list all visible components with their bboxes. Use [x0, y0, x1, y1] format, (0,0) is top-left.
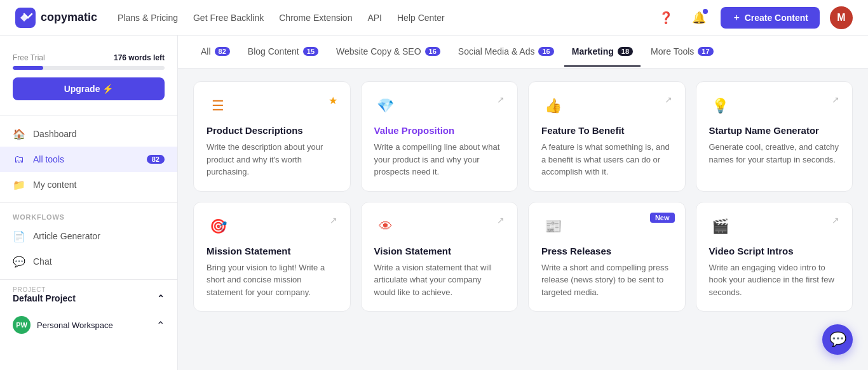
card-desc: A feature is what something is, and a be… [541, 141, 672, 178]
nav-links: Plans & Pricing Get Free Backlink Chrome… [118, 13, 654, 23]
tab-social[interactable]: Social Media & Ads 16 [451, 37, 562, 67]
tab-social-badge: 16 [538, 47, 553, 56]
card-icon: 💡 [709, 95, 732, 117]
card-icon: 👍 [541, 95, 564, 117]
main-content: All 82 Blog Content 15 Website Copy & SE… [178, 36, 868, 324]
card-header: ☰ ★ [207, 95, 337, 117]
arrow-icon: ↗ [832, 215, 839, 225]
tabs-bar: All 82 Blog Content 15 Website Copy & SE… [178, 36, 868, 69]
card-header: 💡 ↗ [709, 95, 840, 117]
card-header: 👍 ↗ [541, 95, 672, 117]
sidebar-item-dashboard[interactable]: 🏠 Dashboard [0, 121, 177, 147]
arrow-icon: ↗ [497, 95, 505, 105]
card-title: Startup Name Generator [709, 125, 840, 136]
card-header: 🎯 ↗ [207, 215, 337, 238]
nav-backlink[interactable]: Get Free Backlink [193, 13, 264, 23]
progress-fill [13, 66, 43, 70]
mycontent-label: My content [33, 180, 76, 190]
divider-2 [0, 202, 177, 203]
nav-chrome[interactable]: Chrome Extension [279, 13, 352, 23]
card-header: 📰 New [541, 215, 672, 238]
card-desc: Bring your vision to light! Write a shor… [207, 261, 337, 299]
card-desc: Write a short and compelling press relea… [541, 261, 672, 299]
card-vision[interactable]: 👁 ↗ Vision Statement Write a vision stat… [361, 202, 519, 312]
card-desc: Write a vision statement that will artic… [374, 261, 505, 299]
tab-blog[interactable]: Blog Content 15 [240, 37, 326, 67]
alltools-label: All tools [33, 154, 64, 164]
personal-avatar: PW [13, 316, 31, 324]
card-feature-benefit[interactable]: 👍 ↗ Feature To Benefit A feature is what… [528, 81, 686, 192]
sidebar-item-article[interactable]: 📄 Article Generator [0, 223, 177, 249]
notification-btn[interactable]: 🔔 [688, 6, 710, 29]
tab-marketing[interactable]: Marketing 18 [564, 37, 641, 67]
project-label: PROJECT [13, 286, 165, 293]
card-header: 🎬 ↗ [709, 215, 840, 238]
card-title: Value Proposition [374, 125, 505, 136]
card-mission[interactable]: 🎯 ↗ Mission Statement Bring your vision … [193, 202, 351, 312]
alltools-badge: 82 [147, 155, 165, 164]
nav-api[interactable]: API [367, 13, 382, 23]
card-title: Vision Statement [374, 246, 505, 256]
star-icon: ★ [329, 95, 337, 107]
personal-chevron: ⌃ [156, 319, 165, 325]
card-header: 💎 ↗ [374, 95, 505, 117]
tab-more-badge: 17 [698, 47, 713, 56]
create-content-btn[interactable]: ＋ Create Content [721, 7, 820, 29]
chat-icon: 💬 [13, 255, 25, 268]
tab-more[interactable]: More Tools 17 [643, 37, 721, 67]
dashboard-icon: 🏠 [13, 128, 25, 140]
card-header: 👁 ↗ [374, 215, 505, 238]
card-icon: 📰 [541, 215, 564, 238]
tab-website-badge: 16 [425, 47, 440, 56]
card-icon: 🎯 [207, 215, 229, 238]
card-desc: Write a compelling line about what your … [374, 141, 505, 178]
free-trial-label: Free Trial [13, 53, 45, 62]
nav-plans[interactable]: Plans & Pricing [118, 13, 178, 23]
help-icon-btn[interactable]: ❓ [654, 6, 677, 29]
arrow-icon: ↗ [497, 215, 505, 225]
user-avatar[interactable]: M [830, 6, 853, 29]
tab-blog-badge: 15 [303, 47, 318, 56]
cards-grid: ☰ ★ Product Descriptions Write the descr… [178, 69, 868, 324]
personal-section[interactable]: PW Personal Workspace ⌃ [0, 310, 177, 324]
arrow-icon: ↗ [330, 215, 337, 225]
card-desc: Write the description about your product… [207, 141, 337, 178]
dashboard-label: Dashboard [33, 129, 77, 139]
sidebar: Free Trial 176 words left Upgrade ⚡ 🏠 Da… [0, 36, 178, 324]
logo[interactable]: copymatic [15, 8, 97, 28]
brand-name: copymatic [41, 11, 97, 24]
card-startup-name[interactable]: 💡 ↗ Startup Name Generator Generate cool… [696, 81, 853, 192]
chat-label: Chat [33, 256, 52, 267]
card-title: Video Script Intros [709, 246, 840, 256]
free-trial-section: Free Trial 176 words left Upgrade ⚡ [0, 46, 177, 110]
project-name[interactable]: Default Project ⌃ [13, 293, 165, 303]
card-icon: 👁 [374, 215, 397, 238]
card-desc: Generate cool, creative, and catchy name… [709, 141, 840, 166]
nav-help[interactable]: Help Center [397, 13, 445, 23]
card-value-prop[interactable]: 💎 ↗ Value Proposition Write a compelling… [361, 81, 519, 192]
project-section: PROJECT Default Project ⌃ [0, 279, 177, 310]
card-icon: 💎 [374, 95, 397, 117]
card-product-desc[interactable]: ☰ ★ Product Descriptions Write the descr… [193, 81, 351, 192]
card-desc: Write an engaging video intro to hook yo… [709, 261, 840, 299]
card-title: Feature To Benefit [541, 125, 672, 136]
card-icon: ☰ [207, 95, 229, 117]
new-badge: New [650, 213, 675, 223]
sidebar-item-alltools[interactable]: 🗂 All tools 82 [0, 147, 177, 172]
sidebar-item-mycontent[interactable]: 📁 My content [0, 172, 177, 197]
tab-marketing-badge: 18 [618, 47, 633, 56]
tab-website[interactable]: Website Copy & SEO 16 [329, 37, 448, 67]
card-video-script[interactable]: 🎬 ↗ Video Script Intros Write an engagin… [696, 202, 853, 312]
workflows-label: Workflows [0, 208, 177, 223]
plus-icon: ＋ [732, 12, 741, 23]
top-nav: copymatic Plans & Pricing Get Free Backl… [0, 0, 868, 36]
mycontent-icon: 📁 [13, 178, 25, 191]
tab-all[interactable]: All 82 [193, 37, 238, 67]
tab-all-badge: 82 [215, 47, 230, 56]
arrow-icon: ↗ [665, 95, 672, 105]
sidebar-item-chat[interactable]: 💬 Chat [0, 249, 177, 274]
upgrade-btn[interactable]: Upgrade ⚡ [13, 77, 165, 100]
progress-bar [13, 66, 165, 70]
card-press-releases[interactable]: 📰 New Press Releases Write a short and c… [528, 202, 686, 312]
card-icon: 🎬 [709, 215, 732, 238]
